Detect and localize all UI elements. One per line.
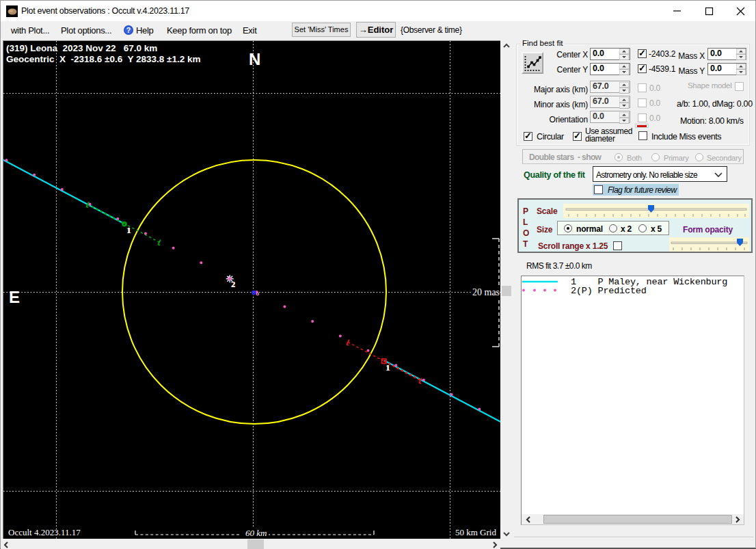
svg-text:?: ?: [126, 26, 131, 34]
